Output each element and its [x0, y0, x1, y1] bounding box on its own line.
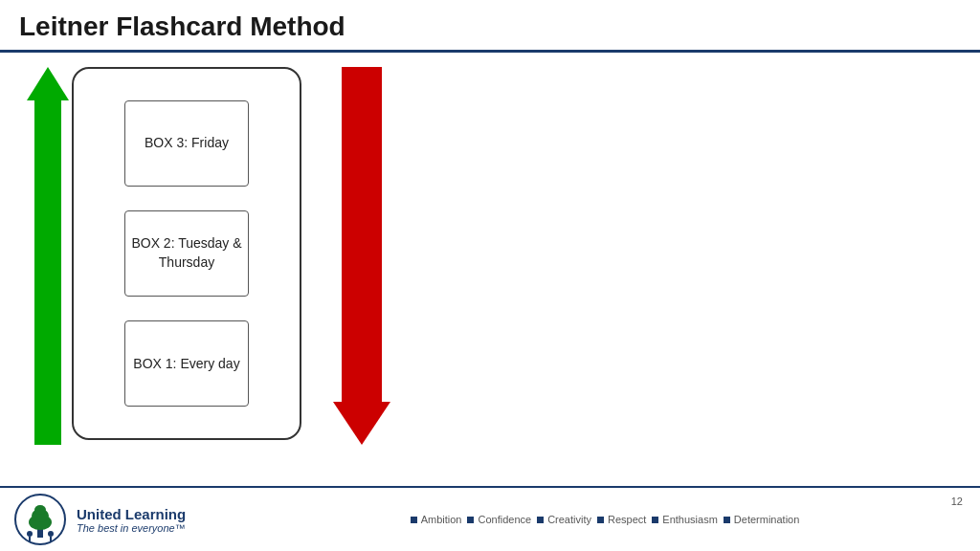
logo-name: United Learning [77, 506, 186, 522]
svg-point-7 [48, 531, 54, 537]
footer-value-ambition: Ambition [411, 514, 462, 525]
footer-logo: United Learning The best in everyone™ [0, 494, 230, 546]
red-arrow-head [333, 402, 390, 445]
red-arrow-body [342, 67, 382, 402]
main-content: BOX 3: Friday BOX 2: Tuesday & Thursday … [0, 53, 980, 464]
footer-value-determination: Determination [724, 514, 799, 525]
green-arrow-body [34, 100, 61, 445]
page-number: 12 [951, 496, 963, 507]
footer-values: AmbitionConfidenceCreativityRespectEnthu… [230, 514, 980, 525]
value-dot [411, 517, 417, 523]
value-dot [467, 517, 474, 523]
box-3: BOX 3: Friday [124, 100, 249, 187]
footer-value-respect: Respect [597, 514, 646, 525]
box-2: BOX 2: Tuesday & Thursday [124, 210, 249, 297]
green-up-arrow [27, 67, 69, 445]
logo-tagline: The best in everyone™ [77, 522, 186, 534]
footer-value-confidence: Confidence [467, 514, 531, 525]
value-dot [597, 517, 604, 523]
green-arrow-head [27, 67, 69, 100]
footer-value-creativity: Creativity [537, 514, 591, 525]
logo-text: United Learning The best in everyone™ [77, 506, 186, 534]
united-learning-logo-icon [14, 494, 67, 546]
red-down-arrow [333, 67, 390, 445]
footer-value-enthusiasm: Enthusiasm [652, 514, 717, 525]
footer: United Learning The best in everyone™ Am… [0, 486, 980, 551]
svg-point-5 [27, 531, 33, 537]
page-title: Leitner Flashcard Method [19, 11, 961, 42]
box-container: BOX 3: Friday BOX 2: Tuesday & Thursday … [72, 67, 301, 440]
value-dot [537, 517, 544, 523]
header: Leitner Flashcard Method [0, 0, 980, 53]
box-1: BOX 1: Every day [124, 320, 249, 407]
value-dot [724, 517, 730, 523]
value-dot [652, 517, 658, 523]
svg-point-4 [34, 505, 46, 515]
